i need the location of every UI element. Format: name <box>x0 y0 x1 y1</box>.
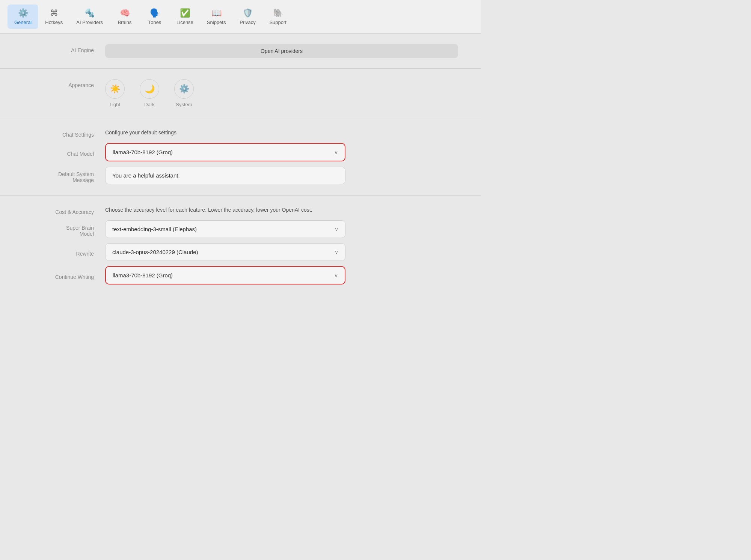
cost-accuracy-description-content: Choose the accuracy level for each featu… <box>105 207 458 214</box>
nav-item-tones[interactable]: 🗣️ Tones <box>140 5 170 29</box>
super-brain-model-label: Super Brain Model <box>23 222 105 237</box>
main-content: AI Engine Open AI providers Apperance ☀️… <box>0 34 481 295</box>
chat-model-value: llama3-70b-8192 (Groq) <box>113 149 173 155</box>
tones-icon: 🗣️ <box>150 8 160 18</box>
light-label: Light <box>110 102 120 107</box>
support-icon: 🐘 <box>273 8 283 18</box>
rewrite-chevron-icon: ∨ <box>335 249 338 255</box>
chat-model-chevron-icon: ∨ <box>334 149 338 155</box>
appearance-label: Apperance <box>23 79 105 88</box>
nav-label-support: Support <box>269 20 287 25</box>
ai-providers-icon: 🔩 <box>84 8 95 18</box>
appearance-option-dark[interactable]: 🌙 Dark <box>140 79 159 107</box>
license-icon: ✅ <box>180 8 190 18</box>
dark-label: Dark <box>144 102 154 107</box>
rewrite-dropdown[interactable]: claude-3-opus-20240229 (Claude) ∨ <box>105 243 345 261</box>
ai-engine-section: AI Engine Open AI providers <box>0 34 481 69</box>
appearance-option-light[interactable]: ☀️ Light <box>105 79 125 107</box>
chat-settings-label: Chat Settings <box>23 129 105 138</box>
appearance-section: Apperance ☀️ Light 🌙 Dark ⚙️ System <box>0 69 481 118</box>
nav-label-snippets: Snippets <box>207 20 226 25</box>
nav-item-license[interactable]: ✅ License <box>170 5 200 29</box>
nav-label-general: General <box>14 20 32 25</box>
nav-item-privacy[interactable]: 🛡️ Privacy <box>232 5 262 29</box>
open-ai-providers-button[interactable]: Open AI providers <box>105 44 458 58</box>
ai-engine-content: Open AI providers <box>105 44 458 58</box>
continue-writing-value: llama3-70b-8192 (Groq) <box>113 272 173 278</box>
continue-writing-content: llama3-70b-8192 (Groq) ∨ <box>105 266 458 285</box>
rewrite-value: claude-3-opus-20240229 (Claude) <box>112 249 198 255</box>
continue-writing-chevron-icon: ∨ <box>334 272 338 278</box>
snippets-icon: 📖 <box>211 8 222 18</box>
chat-model-content: llama3-70b-8192 (Groq) ∨ <box>105 143 458 161</box>
continue-writing-label: Continue Writing <box>23 271 105 280</box>
nav-item-ai-providers[interactable]: 🔩 AI Providers <box>69 5 110 29</box>
nav-label-ai-providers: AI Providers <box>76 20 103 25</box>
privacy-icon: 🛡️ <box>243 8 253 18</box>
nav-label-license: License <box>176 20 193 25</box>
light-icon-circle: ☀️ <box>105 79 125 99</box>
cost-accuracy-section: Cost & Accuracy Choose the accuracy leve… <box>0 196 481 295</box>
super-brain-model-dropdown[interactable]: text-embedding-3-small (Elephas) ∨ <box>105 220 345 238</box>
default-system-message-content: You are a helpful assistant. <box>105 167 458 184</box>
nav-label-tones: Tones <box>148 20 161 25</box>
gear-icon: ⚙️ <box>18 8 28 18</box>
system-icon-circle: ⚙️ <box>174 79 194 99</box>
appearance-option-system[interactable]: ⚙️ System <box>174 79 194 107</box>
rewrite-label: Rewrite <box>23 248 105 257</box>
chat-settings-description: Configure your default settings <box>105 129 458 135</box>
nav-item-snippets[interactable]: 📖 Snippets <box>200 5 233 29</box>
nav-item-hotkeys[interactable]: ⌘ Hotkeys <box>38 5 69 29</box>
appearance-content: ☀️ Light 🌙 Dark ⚙️ System <box>105 79 458 107</box>
nav-label-hotkeys: Hotkeys <box>45 20 63 25</box>
rewrite-content: claude-3-opus-20240229 (Claude) ∨ <box>105 243 458 261</box>
nav-label-brains: Brains <box>118 20 132 25</box>
super-brain-model-content: text-embedding-3-small (Elephas) ∨ <box>105 220 458 238</box>
ai-engine-label: AI Engine <box>23 44 105 53</box>
appearance-options: ☀️ Light 🌙 Dark ⚙️ System <box>105 79 458 107</box>
top-navigation: ⚙️ General ⌘ Hotkeys 🔩 AI Providers 🧠 Br… <box>0 0 481 34</box>
brains-icon: 🧠 <box>120 8 130 18</box>
super-brain-model-value: text-embedding-3-small (Elephas) <box>112 226 197 232</box>
chat-model-dropdown[interactable]: llama3-70b-8192 (Groq) ∨ <box>105 143 345 161</box>
nav-item-support[interactable]: 🐘 Support <box>262 5 293 29</box>
hotkeys-icon: ⌘ <box>50 8 58 18</box>
default-system-message-label: Default System Message <box>23 168 105 183</box>
chat-model-label: Chat Model <box>23 148 105 157</box>
super-brain-chevron-icon: ∨ <box>335 226 338 232</box>
nav-item-brains[interactable]: 🧠 Brains <box>110 5 140 29</box>
nav-item-general[interactable]: ⚙️ General <box>8 5 38 29</box>
default-system-message-input[interactable]: You are a helpful assistant. <box>105 167 345 184</box>
nav-label-privacy: Privacy <box>240 20 256 25</box>
chat-settings-section: Chat Settings Configure your default set… <box>0 118 481 195</box>
cost-accuracy-label: Cost & Accuracy <box>23 206 105 215</box>
cost-accuracy-description: Choose the accuracy level for each featu… <box>105 207 458 213</box>
chat-settings-description-content: Configure your default settings <box>105 129 458 137</box>
continue-writing-dropdown[interactable]: llama3-70b-8192 (Groq) ∨ <box>105 266 345 285</box>
dark-icon-circle: 🌙 <box>140 79 159 99</box>
system-label: System <box>176 102 192 107</box>
